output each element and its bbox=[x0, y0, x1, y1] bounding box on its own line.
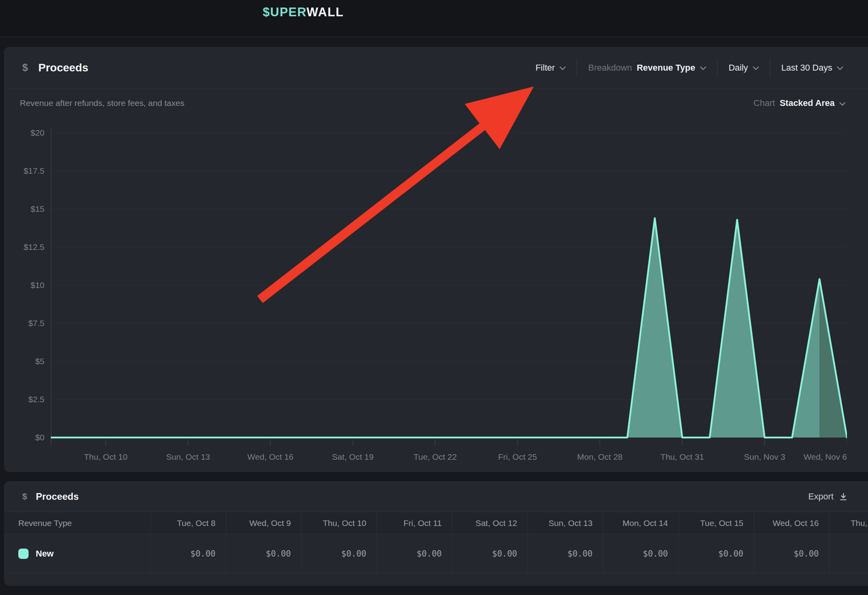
column-header-date: Sat, Oct 12 bbox=[452, 512, 527, 534]
x-axis-tick-label: Thu, Oct 31 bbox=[645, 452, 720, 462]
y-axis-tick-label: $0 bbox=[4, 432, 44, 443]
y-axis-tick-label: $12.5 bbox=[4, 242, 44, 253]
table-value-cell: $0.00 bbox=[452, 534, 527, 573]
table-panel-title: Proceeds bbox=[36, 491, 79, 502]
chart-panel-header: $ Proceeds Filter Breakdown Revenue Type… bbox=[4, 47, 868, 89]
table-panel-header: $ Proceeds Export bbox=[4, 481, 868, 512]
divider bbox=[717, 59, 718, 77]
export-button[interactable]: Export bbox=[808, 491, 848, 502]
divider bbox=[577, 59, 577, 77]
breakdown-label: Breakdown bbox=[588, 63, 632, 73]
column-header-revenue-type: Revenue Type bbox=[4, 512, 150, 534]
row-label-cell: New bbox=[4, 534, 150, 573]
table-value-cell: $0.00 bbox=[754, 534, 829, 573]
export-label: Export bbox=[808, 491, 833, 502]
proceeds-table-panel: $ Proceeds Export Revenue TypeTue, Oct 8… bbox=[4, 481, 868, 586]
x-axis-tick-label: Sun, Oct 13 bbox=[150, 452, 226, 462]
table-value-cell: $0.00 bbox=[678, 534, 754, 573]
table-value-cell: $0.00 bbox=[301, 534, 377, 573]
chevron-down-icon bbox=[839, 102, 845, 106]
column-header-date: Thu, Oct 10 bbox=[301, 512, 377, 534]
chart-subheader: Revenue after refunds, store fees, and t… bbox=[4, 89, 868, 117]
chevron-down-icon bbox=[753, 66, 759, 70]
table-header-row: Revenue TypeTue, Oct 8Wed, Oct 9Thu, Oct… bbox=[4, 512, 868, 534]
y-axis-tick-label: $17.5 bbox=[4, 165, 44, 177]
divider bbox=[770, 59, 770, 77]
table-value-cell: $0.00 bbox=[527, 534, 603, 573]
proceeds-chart-panel: $ Proceeds Filter Breakdown Revenue Type… bbox=[4, 47, 868, 472]
table-value-cell: $0.00 bbox=[150, 534, 226, 573]
download-icon bbox=[839, 492, 848, 501]
y-axis-tick-label: $2.5 bbox=[4, 394, 44, 405]
interval-dropdown[interactable]: Daily bbox=[729, 63, 759, 73]
x-axis-tick-label: Sun, Nov 3 bbox=[727, 452, 802, 462]
column-header-date: Fri, Oct 11 bbox=[377, 512, 452, 534]
y-axis-tick-label: $7.5 bbox=[4, 318, 44, 329]
logo-accent: $UPER bbox=[263, 5, 306, 19]
filter-label: Filter bbox=[535, 63, 555, 73]
x-axis-tick-label: Wed, Oct 16 bbox=[233, 452, 308, 462]
dollar-icon: $ bbox=[22, 491, 27, 502]
chart-subtitle: Revenue after refunds, store fees, and t… bbox=[20, 98, 184, 108]
series-color-swatch bbox=[18, 549, 29, 559]
y-axis-tick-label: $10 bbox=[4, 280, 44, 291]
table-data-row: New$0.00$0.00$0.00$0.00$0.00$0.00$0.00$0… bbox=[4, 534, 868, 573]
x-axis-tick-label: Thu, Oct 10 bbox=[68, 452, 143, 462]
x-axis-tick-label: Wed, Nov 6 bbox=[772, 452, 847, 462]
column-header-date: Mon, Oct 14 bbox=[603, 512, 678, 534]
chevron-down-icon bbox=[560, 66, 566, 70]
dollar-icon: $ bbox=[22, 61, 28, 74]
x-axis-tick-label: Tue, Oct 22 bbox=[397, 452, 473, 462]
chart-type-value: Stacked Area bbox=[779, 98, 835, 108]
table-value-cell: $0.00 bbox=[226, 534, 301, 573]
column-header-date: Wed, Oct 16 bbox=[754, 512, 829, 534]
x-axis-labels: Thu, Oct 10Sun, Oct 13Wed, Oct 16Sat, Oc… bbox=[51, 452, 847, 465]
filter-dropdown[interactable]: Filter bbox=[535, 63, 566, 73]
x-axis-tick-label: Sat, Oct 19 bbox=[315, 452, 391, 462]
chart-type-dropdown[interactable]: Chart Stacked Area bbox=[754, 98, 845, 108]
table-value-cell: $0.00 bbox=[829, 534, 868, 573]
superwall-logo: $UPERWALL bbox=[263, 5, 344, 19]
table-value-cell: $0.00 bbox=[377, 534, 452, 573]
breakdown-dropdown[interactable]: Breakdown Revenue Type bbox=[588, 63, 706, 73]
y-axis-tick-label: $20 bbox=[4, 127, 44, 138]
column-header-date: Wed, Oct 9 bbox=[226, 512, 301, 534]
breakdown-value: Revenue Type bbox=[637, 63, 695, 73]
x-axis-tick-label: Fri, Oct 25 bbox=[480, 452, 555, 462]
y-axis-tick-label: $15 bbox=[4, 203, 44, 215]
y-axis-labels: $0$2.5$5$7.5$10$12.5$15$17.5$20 bbox=[4, 119, 44, 448]
column-header-date: Tue, Oct 15 bbox=[678, 512, 754, 534]
page: $UPERWALL $ Proceeds Filter Breakdown Re… bbox=[0, 0, 868, 595]
chevron-down-icon bbox=[700, 66, 706, 70]
chevron-down-icon bbox=[837, 66, 843, 70]
stacked-area-chart[interactable] bbox=[51, 119, 847, 448]
column-header-date: Tue, Oct 8 bbox=[150, 512, 226, 534]
app-header: $UPERWALL bbox=[0, 0, 868, 37]
chart-type-label: Chart bbox=[754, 98, 775, 108]
interval-value: Daily bbox=[729, 63, 748, 73]
chart-controls: Filter Breakdown Revenue Type Daily Last… bbox=[535, 59, 843, 77]
x-axis-tick-label: Mon, Oct 28 bbox=[562, 452, 637, 462]
chart-panel-title: Proceeds bbox=[38, 61, 88, 74]
date-range-value: Last 30 Days bbox=[781, 63, 832, 73]
table-value-cell: $0.00 bbox=[603, 534, 678, 573]
series-name: New bbox=[36, 549, 54, 559]
y-axis-tick-label: $5 bbox=[4, 356, 44, 367]
column-header-date: Sun, Oct 13 bbox=[527, 512, 603, 534]
column-header-date: Thu, Oct 17 bbox=[829, 512, 868, 534]
date-range-dropdown[interactable]: Last 30 Days bbox=[781, 63, 843, 73]
logo-rest: WALL bbox=[306, 5, 344, 19]
